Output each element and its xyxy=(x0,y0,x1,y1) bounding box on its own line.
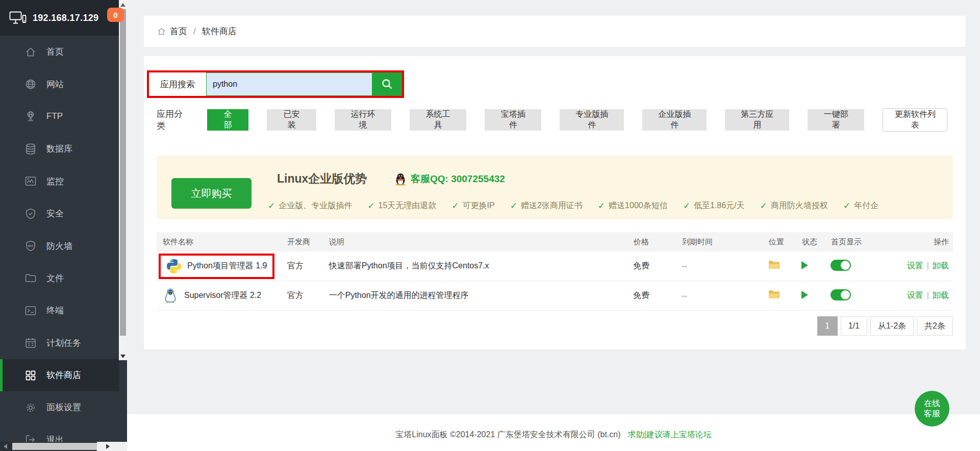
search-button[interactable] xyxy=(372,72,402,96)
breadcrumb: 首页 / 软件商店 xyxy=(144,16,966,47)
horizontal-scrollbar-thumb[interactable] xyxy=(12,443,97,450)
category-runtime[interactable]: 运行环境 xyxy=(335,109,391,131)
category-pro-plugins[interactable]: 专业版插件 xyxy=(560,109,624,131)
python-manager-annotation-box[interactable]: Python项目管理器 1.9 xyxy=(159,254,274,279)
breadcrumb-home-icon xyxy=(157,27,166,36)
qq-number: 客服QQ: 3007255432 xyxy=(411,172,505,186)
sidebar-item-website[interactable]: 网站 xyxy=(0,68,119,100)
expire-date: -- xyxy=(682,262,768,271)
uninstall-link[interactable]: 卸载 xyxy=(933,291,949,299)
feature-item: ✓商用防火墙授权 xyxy=(760,201,828,211)
horizontal-scrollbar[interactable] xyxy=(0,442,127,451)
gear-icon xyxy=(24,401,37,414)
tux-penguin-icon xyxy=(163,288,179,304)
sidebar-item-security[interactable]: 安全 xyxy=(0,197,119,230)
sidebar-vertical-scrollbar[interactable] xyxy=(119,0,127,360)
action-separator: | xyxy=(927,291,929,299)
sidebar-item-panel-settings[interactable]: 面板设置 xyxy=(0,391,119,423)
feature-item: ✓赠送2张商用证书 xyxy=(510,201,583,211)
page-range-indicator: 从1-2条 xyxy=(870,316,914,336)
feature-item: ✓可更换IP xyxy=(451,201,494,211)
vertical-scrollbar-thumb[interactable] xyxy=(120,9,126,336)
home-display-toggle[interactable] xyxy=(831,289,851,300)
scroll-down-arrow-icon[interactable] xyxy=(120,355,125,358)
search-label: 应用搜索 xyxy=(149,79,206,90)
banner-features: ✓企业版、专业版插件 ✓15天无理由退款 ✓可更换IP ✓赠送2张商用证书 ✓赠… xyxy=(268,201,953,211)
category-enterprise-plugins[interactable]: 企业版插件 xyxy=(642,109,707,131)
search-annotation-box: 应用搜索 xyxy=(147,70,404,98)
page-of-indicator: 1/1 xyxy=(841,316,867,336)
software-name[interactable]: Supervisor管理器 2.2 xyxy=(184,290,261,301)
action-separator: | xyxy=(927,261,929,270)
settings-link[interactable]: 设置 xyxy=(907,291,923,299)
banner-title: Linux企业版优势 xyxy=(277,171,367,187)
copyright-text: 宝塔Linux面板 ©2014-2021 广东堡塔安全技术有限公司 (bt.cn… xyxy=(395,430,620,440)
software-table: 软件名称 开发商 说明 价格 到期时间 位置 状态 首页显示 操作 xyxy=(157,232,953,311)
uninstall-link[interactable]: 卸载 xyxy=(933,261,949,270)
running-status-icon[interactable] xyxy=(801,261,808,269)
svg-text:WAF: WAF xyxy=(28,244,34,247)
waf-shield-icon: WAF xyxy=(24,239,37,253)
horizontal-scrollbar-track-right[interactable] xyxy=(97,442,127,451)
sidebar-item-files[interactable]: 文件 xyxy=(0,262,119,294)
price: 免费 xyxy=(633,261,682,271)
total-count-indicator: 共2条 xyxy=(917,316,953,336)
message-count-badge[interactable]: 0 xyxy=(107,8,124,22)
check-icon: ✓ xyxy=(760,201,767,211)
open-folder-icon[interactable] xyxy=(768,290,780,299)
scroll-up-arrow-icon[interactable] xyxy=(120,3,125,7)
running-status-icon[interactable] xyxy=(801,291,808,299)
search-input[interactable] xyxy=(206,72,372,96)
sidebar-item-home[interactable]: 首页 xyxy=(0,36,119,68)
scroll-left-arrow-icon[interactable] xyxy=(4,444,7,449)
check-icon: ✓ xyxy=(683,201,690,211)
check-icon: ✓ xyxy=(268,201,275,211)
category-bt-plugins[interactable]: 宝塔插件 xyxy=(485,109,541,131)
category-row: 应用分类 全部 已安装 运行环境 系统工具 宝塔插件 专业版插件 企业版插件 第… xyxy=(157,108,957,132)
sidebar-item-monitor[interactable]: 监控 xyxy=(0,165,119,197)
folder-icon xyxy=(24,271,37,285)
pagination: 1 1/1 从1-2条 共2条 xyxy=(817,316,953,336)
category-system-tools[interactable]: 系统工具 xyxy=(410,109,466,131)
supervisor-manager-name[interactable]: Supervisor管理器 2.2 xyxy=(163,288,261,304)
sidebar: 192.168.17.129 0 首页 网站 FTP 数据库 监控 xyxy=(0,0,127,442)
banner-qq: 客服QQ: 3007255432 xyxy=(394,172,505,186)
sidebar-item-firewall[interactable]: WAF 防火墙 xyxy=(0,230,119,262)
globe-icon xyxy=(24,78,37,91)
table-row: Supervisor管理器 2.2 官方 一个Python开发的通用的进程管理程… xyxy=(157,281,953,311)
buy-now-button[interactable]: 立即购买 xyxy=(171,178,252,209)
search-icon xyxy=(381,78,394,91)
category-installed[interactable]: 已安装 xyxy=(267,109,316,131)
category-all[interactable]: 全部 xyxy=(207,109,249,131)
developer: 官方 xyxy=(287,290,329,301)
online-support-button[interactable]: 在线 客服 xyxy=(915,391,949,427)
shield-check-icon xyxy=(24,207,37,220)
sidebar-item-cron[interactable]: 计划任务 xyxy=(0,327,119,359)
database-icon xyxy=(24,142,37,156)
category-one-click[interactable]: 一键部署 xyxy=(808,109,864,131)
feature-item: ✓低至1.86元/天 xyxy=(683,201,745,211)
breadcrumb-home-link[interactable]: 首页 xyxy=(170,26,187,37)
expire-date: -- xyxy=(682,291,768,300)
settings-link[interactable]: 设置 xyxy=(907,261,923,270)
category-label: 应用分类 xyxy=(157,108,189,132)
sidebar-item-terminal[interactable]: 终端 xyxy=(0,294,119,327)
sidebar-item-app-store[interactable]: 软件商店 xyxy=(0,359,119,391)
calendar-icon xyxy=(24,336,37,349)
feature-item: ✓赠送1000条短信 xyxy=(598,201,668,211)
breadcrumb-current: 软件商店 xyxy=(202,26,237,37)
table-row: Python项目管理器 1.9 官方 快速部署Python项目，当前仅支持Cen… xyxy=(157,252,953,281)
scroll-right-arrow-icon[interactable] xyxy=(106,444,110,449)
python-logo-icon xyxy=(166,258,182,274)
page-number-button[interactable]: 1 xyxy=(817,316,838,336)
update-software-list-button[interactable]: 更新软件列表 xyxy=(883,108,947,132)
open-folder-icon[interactable] xyxy=(768,260,780,270)
sidebar-item-database[interactable]: 数据库 xyxy=(0,133,119,165)
sidebar-item-ftp[interactable]: FTP xyxy=(0,101,119,133)
category-third-party[interactable]: 第三方应用 xyxy=(725,109,789,131)
home-display-toggle[interactable] xyxy=(831,260,851,271)
table-header: 软件名称 开发商 说明 价格 到期时间 位置 状态 首页显示 操作 xyxy=(157,232,953,252)
software-name[interactable]: Python项目管理器 1.9 xyxy=(187,261,267,271)
forum-link[interactable]: 求助|建议请上宝塔论坛 xyxy=(628,430,712,440)
description: 快速部署Python项目，当前仅支持Centos7.x xyxy=(329,261,634,271)
